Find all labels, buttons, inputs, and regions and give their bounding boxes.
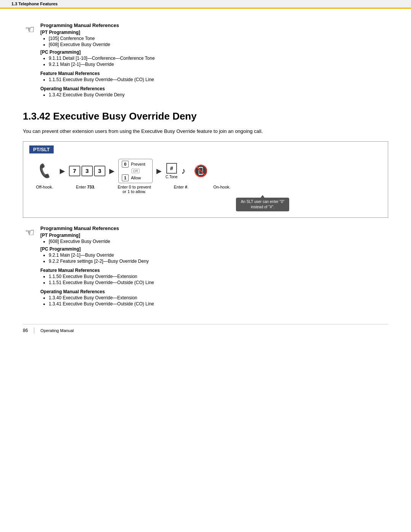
enter733-bold: 733 <box>87 185 94 189</box>
label-enter0b-text: or 1 to allow. <box>123 189 146 194</box>
top-pt-item-2: [608] Executive Busy Override <box>49 42 388 47</box>
top-pt-list: [105] Conference Tone [608] Executive Bu… <box>49 36 388 47</box>
note-bubble: An SLT user can enter "0" instead of "#"… <box>236 198 289 211</box>
key-3a: 3 <box>81 166 93 176</box>
top-feature-ref-label: Feature Manual References <box>40 71 388 76</box>
footer-divider <box>34 328 34 334</box>
top-ref-content: Programming Manual References [PT Progra… <box>40 22 388 100</box>
diagram-box: PT/SLT 📞 ▶ 7 3 3 ▶ 0 Prevent <box>23 141 388 218</box>
bottom-feature-ref-label: Feature Manual References <box>40 268 388 273</box>
choice-1-row: 1 Allow <box>122 174 141 181</box>
ref-icon: ☞ <box>23 22 37 36</box>
bottom-operating-ref-label: Operating Manual References <box>40 289 388 294</box>
bottom-ref-block: ☞ Programming Manual References [PT Prog… <box>23 225 388 309</box>
choice-box: 0 Prevent OR 1 Allow <box>118 159 153 183</box>
label-enter733: Enter 733. <box>70 185 101 189</box>
top-ref-title: Programming Manual References <box>40 22 388 28</box>
section-number: 1.3.42 <box>23 110 50 122</box>
label-enter0-text: Enter 0 to prevent <box>118 185 151 189</box>
page-number: 86 <box>23 328 28 333</box>
top-operating-ref-item-1: 1.3.42 Executive Busy Override Deny <box>49 92 388 97</box>
top-pc-list: 9.1.11 Detail [1-10]—Conference—Conferen… <box>49 56 388 67</box>
arrow-3: ▶ <box>156 167 162 175</box>
bottom-pc-item-1: 9.2.1 Main [2-1]—Busy Override <box>49 252 388 258</box>
bottom-operating-ref-item-2: 1.3.41 Executive Busy Override—Outside (… <box>49 301 388 307</box>
key-group-733: 7 3 3 <box>69 166 105 176</box>
ringtone-icon: ♪ <box>182 166 186 176</box>
bottom-feature-ref-list: 1.1.50 Executive Busy Override—Extension… <box>49 274 388 285</box>
top-ref-block: ☞ Programming Manual References [PT Prog… <box>23 22 388 100</box>
hash-icon: # <box>166 163 177 174</box>
top-operating-ref-label: Operating Manual References <box>40 86 388 91</box>
arrow-1: ▶ <box>60 167 65 175</box>
top-pc-item-2: 9.2.1 Main [2-1]—Busy Override <box>49 62 388 67</box>
label-offhook: Off-hook. <box>33 185 56 189</box>
hash-bold: # <box>185 185 187 189</box>
choice-1-label: Allow <box>131 176 141 180</box>
diagram-main-row: 📞 ▶ 7 3 3 ▶ 0 Prevent OR 1 A <box>29 159 382 183</box>
footer-document-title: Operating Manual <box>40 328 73 333</box>
choice-1-key: 1 <box>122 174 129 181</box>
section-heading: 1.3.42 Executive Busy Override Deny <box>23 110 388 122</box>
bottom-pointing-hand-icon: ☞ <box>25 226 35 239</box>
diagram-tab-label: PT/SLT <box>29 145 54 153</box>
hash-ctone-area: # C.Tone <box>166 163 178 179</box>
pointing-hand-icon: ☞ <box>25 23 35 36</box>
offhook-phone-icon: 📞 <box>36 162 54 180</box>
key-3b: 3 <box>94 166 105 176</box>
choice-0-row: 0 Prevent <box>122 161 145 168</box>
section-header-bar: 1.3 Telephone Features <box>0 0 411 9</box>
top-operating-ref-list: 1.3.42 Executive Busy Override Deny <box>49 92 388 97</box>
label-enterhash: Enter #. <box>168 185 194 189</box>
bottom-pc-label: [PC Programming] <box>40 246 388 252</box>
onhook-phone-icon: 📵 <box>194 164 208 177</box>
page-content: ☞ Programming Manual References [PT Prog… <box>0 9 411 349</box>
or-badge: OR <box>131 169 140 173</box>
key-7: 7 <box>69 166 80 176</box>
bottom-pt-item-1: [608] Executive Busy Override <box>49 239 388 244</box>
diagram-labels-row: Off-hook. Enter 733. Enter 0 to prevent … <box>29 185 382 194</box>
bottom-ref-content: Programming Manual References [PT Progra… <box>40 225 388 309</box>
choice-0-label: Prevent <box>131 162 145 166</box>
bottom-ref-icon: ☞ <box>23 225 37 239</box>
intro-text: You can prevent other extension users fr… <box>23 128 388 135</box>
bottom-pc-list: 9.2.1 Main [2-1]—Busy Override 9.2.2 Fea… <box>49 252 388 264</box>
note-area: An SLT user can enter "0" instead of "#"… <box>29 196 382 211</box>
bottom-operating-ref-list: 1.3.40 Executive Busy Override—Extension… <box>49 295 388 307</box>
label-enter0: Enter 0 to prevent or 1 to allow. <box>115 185 153 194</box>
page-footer: 86 Operating Manual <box>23 324 388 334</box>
top-feature-ref-list: 1.1.51 Executive Busy Override—Outside (… <box>49 77 388 82</box>
bottom-feature-ref-item-1: 1.1.50 Executive Busy Override—Extension <box>49 274 388 279</box>
ctone-label: C.Tone <box>166 175 178 179</box>
top-pt-item-1: [105] Conference Tone <box>49 36 388 41</box>
choice-0-key: 0 <box>122 161 129 168</box>
bottom-operating-ref-item-1: 1.3.40 Executive Busy Override—Extension <box>49 295 388 300</box>
label-onhook: On-hook. <box>210 185 233 189</box>
top-pc-item-1: 9.1.11 Detail [1-10]—Conference—Conferen… <box>49 56 388 61</box>
section-title: Executive Busy Override Deny <box>53 110 197 122</box>
arrow-2: ▶ <box>109 167 115 175</box>
bottom-pt-list: [608] Executive Busy Override <box>49 239 388 244</box>
bottom-pc-item-2: 9.2.2 Feature settings [2-2]—Busy Overri… <box>49 259 388 264</box>
top-pc-label: [PC Programming] <box>40 50 388 55</box>
section-header-text: 1.3 Telephone Features <box>11 2 57 6</box>
bottom-feature-ref-item-2: 1.1.51 Executive Busy Override—Outside (… <box>49 280 388 285</box>
top-feature-ref-item-1: 1.1.51 Executive Busy Override—Outside (… <box>49 77 388 82</box>
bottom-ref-title: Programming Manual References <box>40 225 388 231</box>
bottom-pt-label: [PT Programming] <box>40 233 388 238</box>
top-pt-label: [PT Programming] <box>40 30 388 35</box>
